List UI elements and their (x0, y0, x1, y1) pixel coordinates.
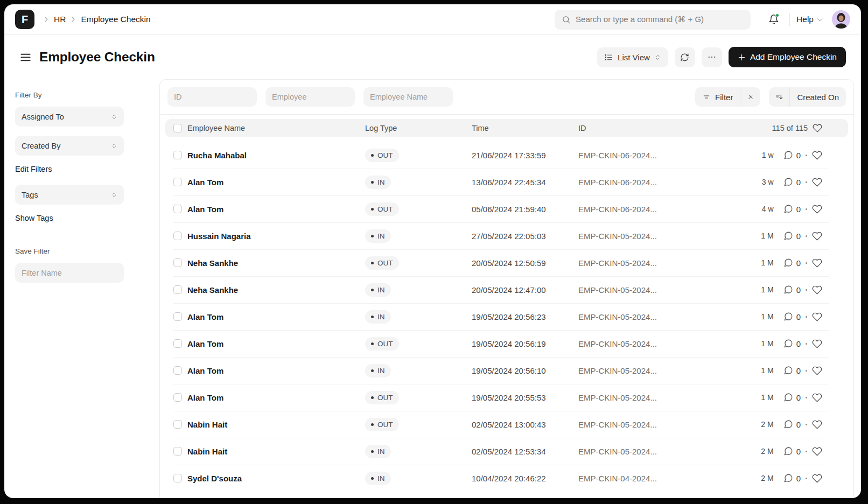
row-checkbox[interactable] (173, 312, 182, 321)
select-all-checkbox[interactable] (173, 124, 182, 132)
table-row[interactable]: Nabin Hait IN 02/05/2024 12:53:34 EMP-CK… (160, 438, 853, 465)
table-row[interactable]: Alan Tom IN 19/05/2024 20:56:23 EMP-CKIN… (160, 303, 853, 330)
employee-name-filter-input[interactable] (363, 87, 453, 107)
row-checkbox[interactable] (173, 258, 182, 267)
comments-button[interactable]: 0 (783, 446, 801, 456)
add-employee-checkin-button[interactable]: Add Employee Checkin (729, 47, 846, 67)
comments-button[interactable]: 0 (783, 285, 801, 295)
frappe-logo[interactable]: F (15, 10, 34, 29)
employee-name-link[interactable]: Neha Sankhe (187, 285, 365, 295)
employee-name-link[interactable]: Neha Sankhe (187, 258, 365, 268)
refresh-button[interactable] (675, 47, 695, 67)
comments-button[interactable]: 0 (783, 312, 801, 321)
page-header: Employee Checkin List View Add Em (4, 35, 861, 79)
comments-button[interactable]: 0 (783, 393, 801, 402)
sidebar-toggle-button[interactable] (19, 51, 32, 64)
row-checkbox[interactable] (173, 420, 182, 429)
table-row[interactable]: Alan Tom IN 13/06/2024 22:45:34 EMP-CKIN… (160, 169, 853, 195)
id-filter-input[interactable] (167, 87, 257, 107)
like-button[interactable] (812, 419, 822, 430)
employee-name-link[interactable]: Nabin Hait (187, 420, 365, 429)
row-checkbox[interactable] (173, 285, 182, 294)
search-placeholder: Search or type a command (⌘ + G) (576, 15, 704, 24)
table-row[interactable]: Alan Tom OUT 19/05/2024 20:56:19 EMP-CKI… (160, 330, 853, 357)
filter-button[interactable]: Filter (695, 87, 740, 107)
row-checkbox[interactable] (173, 474, 182, 482)
comments-button[interactable]: 0 (783, 204, 801, 214)
table-row[interactable]: Alan Tom IN 19/05/2024 20:56:10 EMP-CKIN… (160, 357, 853, 384)
assigned-to-select[interactable]: Assigned To (15, 107, 124, 127)
like-button[interactable] (812, 258, 822, 268)
employee-name-link[interactable]: Alan Tom (187, 339, 365, 348)
breadcrumb-hr[interactable]: HR (54, 15, 66, 24)
filter-icon (702, 93, 711, 101)
breadcrumb-employee-checkin[interactable]: Employee Checkin (81, 15, 150, 24)
employee-name-link[interactable]: Alan Tom (187, 178, 365, 187)
log-type-badge: OUT (365, 418, 399, 431)
table-row[interactable]: Neha Sankhe OUT 20/05/2024 12:50:59 EMP-… (160, 249, 853, 276)
employee-filter-input[interactable] (265, 87, 355, 107)
row-checkbox[interactable] (173, 447, 182, 456)
row-checkbox[interactable] (173, 151, 182, 159)
row-checkbox[interactable] (173, 205, 182, 213)
row-checkbox[interactable] (173, 366, 182, 375)
table-row[interactable]: Hussain Nagaria IN 27/05/2024 22:05:03 E… (160, 222, 853, 249)
like-button[interactable] (812, 231, 822, 241)
comment-icon (783, 204, 793, 214)
employee-name-link[interactable]: Alan Tom (187, 366, 365, 375)
row-checkbox[interactable] (173, 178, 182, 186)
notifications-button[interactable] (765, 10, 783, 29)
like-button[interactable] (812, 339, 822, 349)
employee-name-link[interactable]: Hussain Nagaria (187, 232, 365, 241)
like-button[interactable] (812, 285, 822, 295)
help-menu[interactable]: Help (796, 15, 823, 24)
table-row[interactable]: Sydel D'souza IN 10/04/2024 20:46:22 EMP… (160, 465, 853, 492)
comments-button[interactable]: 0 (783, 258, 801, 268)
employee-name-link[interactable]: Sydel D'souza (187, 474, 365, 483)
show-tags-link[interactable]: Show Tags (15, 214, 159, 222)
log-type-badge: IN (365, 229, 391, 243)
like-button[interactable] (812, 473, 822, 484)
like-button[interactable] (812, 312, 822, 322)
comments-button[interactable]: 0 (783, 366, 801, 375)
row-checkbox[interactable] (173, 339, 182, 348)
like-button[interactable] (812, 366, 822, 376)
employee-name-link[interactable]: Alan Tom (187, 205, 365, 214)
employee-name-link[interactable]: Alan Tom (187, 393, 365, 402)
table-row[interactable]: Nabin Hait OUT 02/05/2024 13:00:43 EMP-C… (160, 411, 853, 438)
table-row[interactable]: Rucha Mahabal OUT 21/06/2024 17:33:59 EM… (160, 142, 853, 169)
comments-button[interactable]: 0 (783, 419, 801, 429)
table-row[interactable]: Alan Tom OUT 05/06/2024 21:59:40 EMP-CKI… (160, 195, 853, 222)
row-checkbox[interactable] (173, 232, 182, 240)
clear-filter-button[interactable] (740, 87, 760, 107)
like-button[interactable] (812, 150, 822, 160)
comments-button[interactable]: 0 (783, 150, 801, 160)
log-type-dot-icon (371, 450, 374, 453)
comments-button[interactable]: 0 (783, 473, 801, 483)
employee-name-link[interactable]: Rucha Mahabal (187, 151, 365, 160)
like-button[interactable] (812, 204, 822, 214)
row-checkbox[interactable] (173, 393, 182, 402)
comments-button[interactable]: 0 (783, 339, 801, 348)
table-row[interactable]: Neha Sankhe IN 20/05/2024 12:47:00 EMP-C… (160, 276, 853, 303)
sort-field-button[interactable]: Created On (789, 87, 846, 107)
sort-direction-button[interactable] (769, 87, 789, 107)
more-menu-button[interactable] (702, 47, 722, 67)
tags-select[interactable]: Tags (15, 185, 124, 205)
dot-separator-icon (806, 262, 807, 264)
table-row[interactable]: Alan Tom OUT 19/05/2024 20:55:53 EMP-CKI… (160, 384, 853, 411)
employee-name-link[interactable]: Nabin Hait (187, 447, 365, 456)
employee-name-link[interactable]: Alan Tom (187, 312, 365, 321)
like-button[interactable] (812, 446, 822, 457)
edit-filters-link[interactable]: Edit Filters (15, 165, 159, 173)
created-by-select[interactable]: Created By (15, 136, 124, 156)
view-switcher-button[interactable]: List View (597, 47, 668, 67)
comments-button[interactable]: 0 (783, 231, 801, 241)
avatar[interactable] (832, 10, 850, 29)
comments-button[interactable]: 0 (783, 177, 801, 187)
heart-icon[interactable] (813, 123, 822, 133)
like-button[interactable] (812, 393, 822, 403)
filter-name-input[interactable] (15, 263, 124, 283)
global-search-input[interactable]: Search or type a command (⌘ + G) (555, 10, 751, 30)
like-button[interactable] (812, 177, 822, 187)
